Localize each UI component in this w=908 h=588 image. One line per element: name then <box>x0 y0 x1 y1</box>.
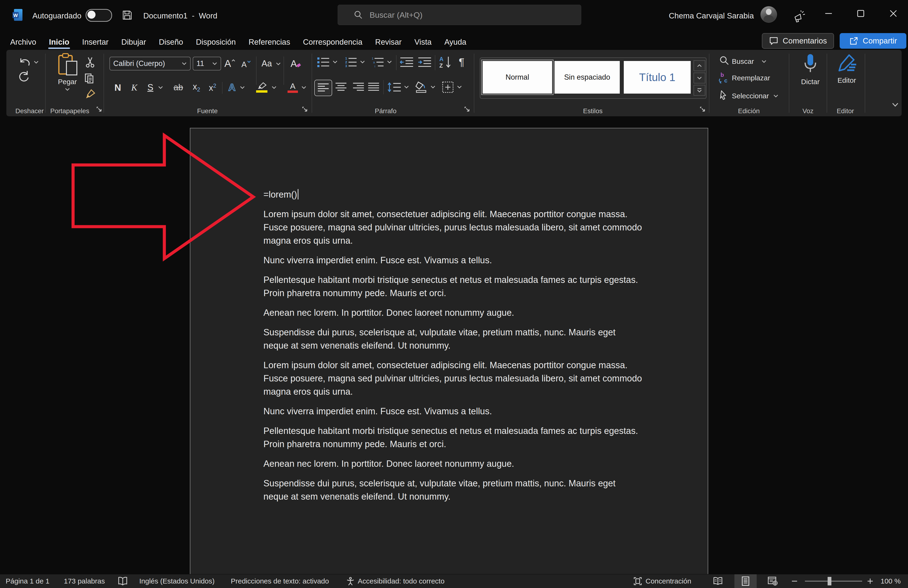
underline-chevron[interactable] <box>158 86 163 90</box>
proofing-icon[interactable] <box>118 574 128 588</box>
italic-button[interactable]: K <box>127 81 141 94</box>
change-case-button[interactable]: Aa <box>259 57 275 70</box>
style-titulo-1[interactable]: Título 1 <box>624 61 691 93</box>
numbering-button[interactable]: 123 <box>344 56 358 69</box>
tab-ayuda[interactable]: Ayuda <box>438 35 473 50</box>
font-size-combo[interactable]: 11 <box>193 57 221 71</box>
zoom-out-button[interactable] <box>789 574 800 588</box>
cut-button[interactable] <box>84 56 97 69</box>
page-indicator[interactable]: Página 1 de 1 <box>6 574 50 588</box>
replace-icon[interactable]: bc <box>717 72 730 84</box>
language-indicator[interactable]: Inglés (Estados Unidos) <box>139 574 215 588</box>
text-effects-button[interactable]: A <box>225 81 238 94</box>
bullets-button[interactable] <box>316 56 331 69</box>
text-effects-chevron[interactable] <box>240 86 245 90</box>
comments-button[interactable]: Comentarios <box>762 33 834 49</box>
justify-button[interactable] <box>366 80 381 94</box>
styles-scroll-up[interactable] <box>694 60 705 71</box>
replace-button[interactable]: Reemplazar <box>732 74 770 82</box>
superscript-button[interactable]: x2 <box>206 81 220 94</box>
styles-gallery-more[interactable] <box>694 85 705 96</box>
document-page[interactable]: =lorem() Lorem ipsum dolor sit amet, con… <box>190 128 708 574</box>
find-button[interactable]: Buscar <box>732 58 754 66</box>
shrink-font-button[interactable]: A <box>240 58 252 70</box>
tab-correspondencia[interactable]: Correspondencia <box>296 35 369 50</box>
clear-formatting-button[interactable]: A <box>288 57 305 70</box>
copy-button[interactable] <box>83 72 96 85</box>
tab-revisar[interactable]: Revisar <box>369 35 408 50</box>
line-spacing-chevron[interactable] <box>404 85 409 89</box>
increase-indent-button[interactable] <box>417 56 433 69</box>
style-sin-espaciado[interactable]: Sin espaciado <box>554 61 620 93</box>
tab-disposicion[interactable]: Disposición <box>189 35 242 50</box>
tab-archivo[interactable]: Archivo <box>4 35 43 50</box>
accessibility-status[interactable]: Accesibilidad: todo correcto <box>358 574 444 588</box>
tab-inicio[interactable]: Inicio <box>43 35 76 50</box>
share-button[interactable]: Compartir <box>840 33 906 49</box>
zoom-slider-thumb[interactable] <box>828 577 831 585</box>
user-name[interactable]: Chema Carvajal Sarabia <box>669 11 754 20</box>
megaphone-icon[interactable] <box>793 10 806 23</box>
tab-referencias[interactable]: Referencias <box>242 35 296 50</box>
bullets-chevron[interactable] <box>332 60 338 64</box>
decrease-indent-button[interactable] <box>399 56 414 69</box>
zoom-slider[interactable] <box>805 574 862 588</box>
change-case-chevron[interactable] <box>275 62 281 66</box>
collapse-ribbon-chevron[interactable] <box>891 102 899 108</box>
multilevel-list-button[interactable]: 1ai <box>370 56 385 69</box>
text-predictions[interactable]: Predicciones de texto: activado <box>231 574 329 588</box>
maximize-button[interactable] <box>850 3 872 24</box>
format-painter-button[interactable] <box>84 88 97 101</box>
numbering-chevron[interactable] <box>360 60 365 64</box>
highlight-color-button[interactable] <box>254 81 269 94</box>
avatar[interactable] <box>760 6 777 22</box>
paragraph-dialog-launcher[interactable] <box>464 106 471 113</box>
dictate-button[interactable]: Dictar <box>796 54 824 89</box>
underline-button[interactable]: S <box>145 81 156 94</box>
font-color-chevron[interactable] <box>301 86 307 90</box>
redo-button[interactable] <box>16 70 31 84</box>
select-button[interactable]: Seleccionar <box>732 92 769 100</box>
find-icon[interactable] <box>719 55 730 66</box>
undo-button[interactable] <box>17 55 32 69</box>
word-count[interactable]: 173 palabras <box>64 574 105 588</box>
align-left-button[interactable] <box>314 80 332 96</box>
autosave-toggle[interactable] <box>85 9 112 22</box>
clipboard-dialog-launcher[interactable] <box>96 106 103 113</box>
styles-scroll-down[interactable] <box>694 72 705 84</box>
select-icon[interactable] <box>718 89 729 101</box>
grow-font-button[interactable]: A <box>223 57 237 70</box>
shading-button[interactable] <box>414 80 429 94</box>
borders-button[interactable] <box>441 80 455 94</box>
undo-dropdown-chevron[interactable] <box>33 60 39 64</box>
styles-dialog-launcher[interactable] <box>699 106 706 113</box>
save-icon[interactable] <box>122 10 132 20</box>
line-spacing-button[interactable] <box>386 80 402 94</box>
subscript-button[interactable]: x2 <box>189 81 204 94</box>
font-color-button[interactable]: A <box>286 81 299 94</box>
read-mode-button[interactable] <box>707 574 729 588</box>
align-center-button[interactable] <box>334 80 348 94</box>
search-box[interactable]: Buscar (Alt+Q) <box>338 5 581 25</box>
shading-chevron[interactable] <box>430 85 436 89</box>
strikethrough-button[interactable]: ab <box>171 81 186 94</box>
tab-dibujar[interactable]: Dibujar <box>115 35 153 50</box>
print-layout-button[interactable] <box>734 574 757 588</box>
font-dialog-launcher[interactable] <box>301 106 309 113</box>
style-normal[interactable]: Normal <box>483 61 552 93</box>
bold-button[interactable]: N <box>111 81 125 94</box>
font-name-combo[interactable]: Calibri (Cuerpo) <box>109 57 191 71</box>
focus-mode[interactable]: Concentración <box>633 574 691 588</box>
borders-chevron[interactable] <box>457 85 462 89</box>
zoom-in-button[interactable] <box>865 574 875 588</box>
document-text[interactable]: =lorem() Lorem ipsum dolor sit amet, con… <box>263 188 642 509</box>
accessibility-icon[interactable] <box>346 574 355 588</box>
select-chevron[interactable] <box>773 94 779 98</box>
zoom-level[interactable]: 100 % <box>881 574 901 588</box>
find-chevron[interactable] <box>761 60 767 64</box>
tab-insertar[interactable]: Insertar <box>76 35 115 50</box>
sort-button[interactable]: AZ <box>438 55 453 69</box>
close-button[interactable] <box>882 3 904 24</box>
web-layout-button[interactable] <box>762 574 784 588</box>
tab-vista[interactable]: Vista <box>408 35 438 50</box>
